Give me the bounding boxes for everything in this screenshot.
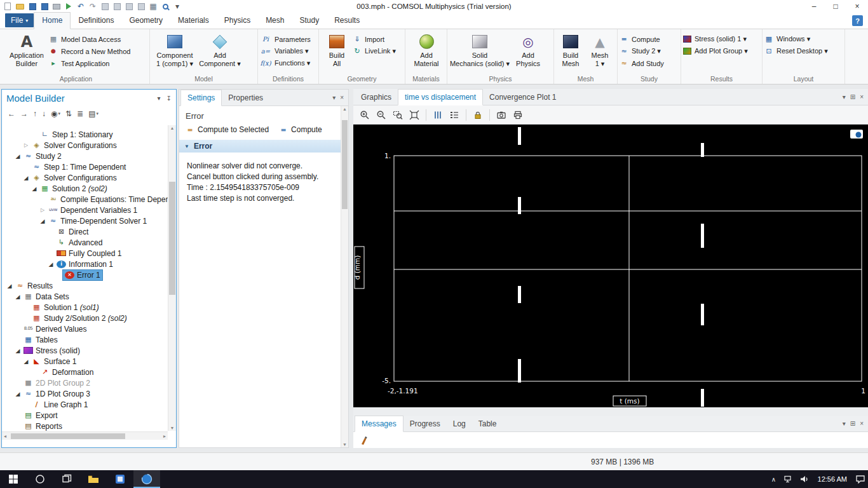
tree-node-step-1-stationary[interactable]: ∟Step 1: Stationary [2, 129, 168, 140]
tree-node-deformation[interactable]: ↗Deformation [2, 367, 168, 377]
add-component-button[interactable]: AddComponent ▾ [198, 31, 242, 73]
sort-icon[interactable]: ⇅ [65, 109, 72, 118]
tray-expand-icon[interactable]: ∧ [766, 470, 782, 488]
variables-button[interactable]: a=Variables ▾ [260, 46, 311, 56]
run-icon[interactable] [65, 2, 72, 11]
tab-time-vs-displacement[interactable]: time vs displacement [398, 89, 483, 105]
undo-icon[interactable]: ↶ [77, 2, 85, 11]
redo-icon[interactable]: ↷ [89, 2, 97, 11]
float-panel-icon[interactable]: ⊞ [850, 93, 855, 100]
import-button[interactable]: ⇓Import [353, 34, 396, 44]
tree-node-solver-configurations[interactable]: ▷◈Solver Configurations [2, 140, 168, 151]
tab-graphics[interactable]: Graphics [355, 90, 398, 105]
expander-icon[interactable]: ◢ [14, 153, 22, 159]
scrollbar-thumb[interactable] [11, 433, 125, 439]
zoom-box-icon[interactable] [390, 108, 405, 122]
livelink-button[interactable]: ↻LiveLink ▾ [353, 46, 396, 56]
open-icon[interactable] [16, 2, 24, 11]
tab-log[interactable]: Log [447, 416, 472, 431]
tree-node-information-1[interactable]: ◢iInformation 1 [2, 259, 168, 269]
tab-settings[interactable]: Settings [180, 90, 222, 106]
help-button[interactable]: ? [852, 15, 863, 26]
duplicate-icon[interactable] [125, 2, 133, 11]
tree-node-fully-coupled-1[interactable]: Fully Coupled 1 [2, 248, 168, 259]
store-button[interactable] [107, 470, 133, 488]
expander-icon[interactable]: ▷ [22, 142, 30, 148]
lock-axis-icon[interactable] [470, 108, 485, 122]
expander-icon[interactable]: ◢ [47, 261, 55, 268]
scroll-down-icon[interactable]: ▼ [341, 442, 348, 447]
tree-node-solver-configurations[interactable]: ◢◈Solver Configurations [2, 172, 168, 183]
comsol-taskbar-button[interactable] [133, 470, 160, 488]
tree-node-dependent-variables-1[interactable]: ▷uvwDependent Variables 1 [2, 205, 168, 215]
snapshot-icon[interactable] [494, 108, 509, 122]
task-view-button[interactable] [53, 470, 80, 488]
pin-icon[interactable]: ↧ [166, 95, 172, 102]
tree-node-data-sets[interactable]: ◢▦Data Sets [2, 291, 168, 302]
move-down-icon[interactable]: ↓ [42, 109, 46, 118]
functions-button[interactable]: f(x)Functions ▾ [260, 58, 311, 68]
show-filter-icon[interactable]: ◉▾ [51, 109, 60, 118]
ribbon-tab-home[interactable]: Home [34, 12, 71, 29]
delete-icon[interactable] [137, 2, 145, 11]
ribbon-tab-geometry[interactable]: Geometry [121, 13, 170, 29]
scroll-right-icon[interactable]: ▸ [163, 433, 166, 439]
qat-more-icon[interactable]: ▾ [173, 2, 181, 11]
tree-node-results[interactable]: ◢≈Results [2, 280, 168, 291]
expander-icon[interactable]: ◢ [22, 175, 30, 181]
tree-node-step-1-time-dependent[interactable]: ≈Step 1: Time Dependent [2, 161, 168, 172]
back-icon[interactable]: ← [8, 109, 15, 118]
expander-icon[interactable]: ◢ [22, 358, 30, 365]
save-as-icon[interactable] [41, 2, 48, 11]
tree-node-time-dependent-solver-1[interactable]: ◢≈Time-Dependent Solver 1 [2, 215, 168, 226]
application-builder-button[interactable]: AApplicationBuilder [4, 31, 49, 73]
tree-node-tables[interactable]: ▦Tables [2, 334, 168, 345]
paste-icon[interactable] [113, 2, 121, 11]
parameters-button[interactable]: PiParameters [260, 34, 311, 44]
tree-node-direct[interactable]: ⊠Direct [2, 226, 168, 237]
expander-icon[interactable]: ▷ [39, 207, 46, 213]
tree-node-solution-1[interactable]: ▦Solution 1 (sol1) [2, 302, 168, 313]
scrollbar-thumb[interactable] [169, 182, 175, 295]
expander-icon[interactable]: ◢ [14, 391, 22, 397]
legend-icon[interactable] [447, 108, 462, 122]
print-icon[interactable] [510, 108, 526, 122]
scroll-up-icon[interactable]: ▲ [341, 107, 348, 111]
model-data-access-button[interactable]: ▦Model Data Access [49, 34, 130, 44]
tab-table[interactable]: Table [472, 416, 503, 431]
ribbon-tab-materials[interactable]: Materials [170, 13, 217, 29]
tab-progress[interactable]: Progress [403, 416, 447, 431]
tab-convergence-plot-1[interactable]: Convergence Plot 1 [483, 90, 562, 105]
search-button[interactable] [27, 470, 53, 488]
file-explorer-button[interactable] [80, 470, 107, 488]
ribbon-tab-physics[interactable]: Physics [217, 13, 258, 29]
scroll-down-icon[interactable]: ▼ [168, 426, 176, 430]
tree-node-surface-1[interactable]: ◢◣Surface 1 [2, 356, 168, 367]
tree-node-stress-solid[interactable]: ◢Stress (solid) [2, 345, 168, 356]
study-2-button[interactable]: ≈Study 2 ▾ [620, 46, 664, 56]
expander-icon[interactable]: ◢ [39, 218, 46, 224]
maximize-button[interactable]: □ [825, 0, 846, 13]
taskbar-clock[interactable]: 12:56 AM [812, 475, 853, 483]
find-icon[interactable] [161, 2, 169, 11]
close-panel-icon[interactable]: × [860, 420, 864, 427]
add-plot-group-button[interactable]: Add Plot Group ▾ [683, 46, 748, 56]
add-physics-button[interactable]: ◎AddPhysics [510, 31, 546, 73]
tree-node-1d-plot-group-3[interactable]: ◢≈1D Plot Group 3 [2, 388, 168, 399]
ribbon-tab-mesh[interactable]: Mesh [258, 13, 292, 29]
tab-properties[interactable]: Properties [222, 90, 269, 105]
tree-node-reports[interactable]: ▤Reports [2, 421, 168, 431]
zoom-out-icon[interactable] [374, 108, 389, 122]
zoom-in-icon[interactable] [357, 108, 372, 122]
node-text-icon[interactable]: ≣ [77, 109, 83, 118]
tree-node-derived-values[interactable]: 8.05Derived Values [2, 323, 168, 334]
collapse-all-icon[interactable]: ▾ [158, 95, 161, 102]
go-to-xy-icon[interactable] [430, 108, 445, 122]
start-button[interactable] [0, 470, 27, 488]
stress-solid-1-button[interactable]: Stress (solid) 1 ▾ [683, 34, 748, 44]
tab-messages[interactable]: Messages [355, 416, 403, 432]
tree-node-advanced[interactable]: ↳Advanced [2, 237, 168, 248]
settings-vertical-scrollbar[interactable]: ▲ ▼ [341, 106, 348, 447]
expander-icon[interactable]: ◢ [6, 283, 13, 289]
compute-to-selected-button[interactable]: =Compute to Selected [186, 125, 269, 134]
